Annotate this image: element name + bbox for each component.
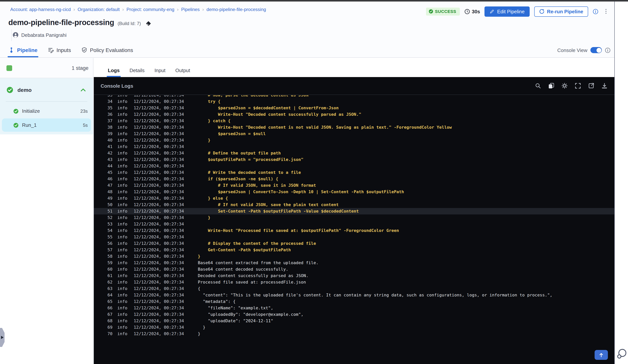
log-level: info <box>117 318 134 324</box>
tab-policy-evaluations[interactable]: Policy Evaluations <box>81 47 133 57</box>
log-row[interactable]: 53info12/12/2024, 00:27:34 <box>94 221 614 227</box>
log-level: info <box>117 124 134 131</box>
harness-pipeline-execution-page: Account: app-harness-ng-cicd›Organizatio… <box>0 0 628 364</box>
open-in-new-icon[interactable] <box>588 83 594 89</box>
log-message: Base64 content decoded successfully. <box>198 266 614 273</box>
info-icon[interactable] <box>593 8 598 14</box>
log-message: } <box>198 324 614 331</box>
expand-panel-tab[interactable] <box>0 328 4 347</box>
log-row[interactable]: 65info12/12/2024, 00:27:34"metadata": { <box>94 298 614 305</box>
log-row[interactable]: 56info12/12/2024, 00:27:34# Display the … <box>94 240 614 247</box>
log-row[interactable]: 34info12/12/2024, 00:27:34try { <box>94 98 614 105</box>
log-row[interactable]: 37info12/12/2024, 00:27:34} catch { <box>94 118 614 124</box>
log-row[interactable]: 38info12/12/2024, 00:27:34Write-Host "De… <box>94 124 614 131</box>
log-row[interactable]: 59info12/12/2024, 00:27:34Base64 content… <box>94 260 614 266</box>
log-row[interactable]: 40info12/12/2024, 00:27:34} <box>94 137 614 144</box>
log-row[interactable]: 42info12/12/2024, 00:27:34# Define the o… <box>94 150 614 156</box>
log-timestamp: 12/12/2024, 00:27:34 <box>134 150 198 156</box>
log-timestamp: 12/12/2024, 00:27:34 <box>134 111 198 118</box>
log-row[interactable]: 63info12/12/2024, 00:27:34{ <box>94 286 614 292</box>
log-row[interactable]: 51info12/12/2024, 00:27:34Set-Content -P… <box>94 208 614 215</box>
log-row[interactable]: 64info12/12/2024, 00:27:34"content": "Th… <box>94 292 614 298</box>
log-row[interactable]: 58info12/12/2024, 00:27:34} <box>94 253 614 260</box>
log-row[interactable]: 35info12/12/2024, 00:27:34$parsedJson = … <box>94 105 614 111</box>
console-tab-logs[interactable]: Logs <box>108 68 120 77</box>
log-row[interactable]: 68info12/12/2024, 00:27:34"uploadDate": … <box>94 318 614 324</box>
log-row[interactable]: 43info12/12/2024, 00:27:34$outputFilePat… <box>94 156 614 163</box>
log-line-number: 54 <box>107 227 117 234</box>
log-level: info <box>117 95 134 98</box>
log-line-number: 46 <box>107 176 117 182</box>
log-message <box>198 163 614 169</box>
console-tab-input[interactable]: Input <box>155 68 165 77</box>
author-name: Debabrata Panigrahi <box>21 32 67 38</box>
log-row[interactable]: 61info12/12/2024, 00:27:34Decoded conten… <box>94 273 614 279</box>
log-timestamp: 12/12/2024, 00:27:34 <box>134 253 198 260</box>
log-row[interactable]: 60info12/12/2024, 00:27:34Base64 content… <box>94 266 614 273</box>
log-row[interactable]: 50info12/12/2024, 00:27:34# If not valid… <box>94 202 614 208</box>
log-level: info <box>117 131 134 137</box>
log-timestamp: 12/12/2024, 00:27:34 <box>134 331 198 337</box>
info-icon[interactable] <box>605 47 611 53</box>
chat-icon[interactable] <box>616 349 627 359</box>
stage-row-demo[interactable]: demo <box>0 78 93 101</box>
download-icon[interactable] <box>601 83 608 89</box>
log-timestamp: 12/12/2024, 00:27:34 <box>134 247 198 253</box>
log-message: # If not valid JSON, save the plain text… <box>198 202 614 208</box>
log-row[interactable]: 39info12/12/2024, 00:27:34$parsedJson = … <box>94 131 614 137</box>
log-row[interactable]: 70info12/12/2024, 00:27:34} <box>94 331 614 337</box>
log-message: if ($parsedJson -ne $null) { <box>198 176 614 182</box>
log-row[interactable]: 66info12/12/2024, 00:27:34"fileName": "e… <box>94 305 614 311</box>
log-rows: 33info12/12/2024, 00:27:34# Now, parse t… <box>94 95 614 337</box>
fullscreen-icon[interactable] <box>575 83 581 89</box>
log-message: { <box>198 286 614 292</box>
log-row[interactable]: 41info12/12/2024, 00:27:34 <box>94 144 614 150</box>
step-row-run_1[interactable]: Run_15s <box>2 118 91 132</box>
log-scroll-area[interactable]: 33info12/12/2024, 00:27:34# Now, parse t… <box>94 95 614 364</box>
breadcrumb-item[interactable]: Project: community-eng <box>126 7 174 12</box>
log-row[interactable]: 54info12/12/2024, 00:27:34Write-Host "Pr… <box>94 227 614 234</box>
log-row[interactable]: 36info12/12/2024, 00:27:34Write-Host "De… <box>94 111 614 118</box>
log-row[interactable]: 44info12/12/2024, 00:27:34 <box>94 163 614 169</box>
edit-pipeline-button[interactable]: Edit Pipeline <box>485 6 530 16</box>
console-toolbar <box>535 83 608 89</box>
log-row[interactable]: 62info12/12/2024, 00:27:34Processed file… <box>94 279 614 286</box>
breadcrumb-item[interactable]: Pipelines <box>181 7 200 12</box>
avatar <box>12 32 19 38</box>
log-row[interactable]: 45info12/12/2024, 00:27:34# Write the de… <box>94 169 614 176</box>
log-row[interactable]: 48info12/12/2024, 00:27:34$parsedJson | … <box>94 189 614 195</box>
log-line-number: 39 <box>107 131 117 137</box>
step-duration: 5s <box>83 122 88 128</box>
more-vertical-icon[interactable] <box>603 8 609 14</box>
copy-icon[interactable] <box>548 83 554 89</box>
log-message: Set-Content -Path $outputFilePath -Value… <box>198 208 614 215</box>
breadcrumb-item[interactable]: demo-pipeline-file-processing <box>207 7 266 12</box>
stage-status-square <box>6 65 12 71</box>
log-row[interactable]: 67info12/12/2024, 00:27:34"uploadedBy": … <box>94 311 614 318</box>
tab-inputs[interactable]: Inputs <box>48 47 71 57</box>
log-row[interactable]: 33info12/12/2024, 00:27:34# Now, parse t… <box>94 95 614 98</box>
scroll-to-top-button[interactable] <box>595 350 608 360</box>
console-view-toggle[interactable] <box>590 47 602 53</box>
log-row[interactable]: 46info12/12/2024, 00:27:34if ($parsedJso… <box>94 176 614 182</box>
search-icon[interactable] <box>535 83 541 89</box>
log-row[interactable]: 47info12/12/2024, 00:27:34# If valid JSO… <box>94 182 614 189</box>
tab-pipeline[interactable]: Pipeline <box>8 47 37 57</box>
breadcrumb-item[interactable]: Organization: default <box>78 7 120 12</box>
step-row-initialize[interactable]: Initialize23s <box>2 104 91 118</box>
log-row[interactable]: 57info12/12/2024, 00:27:34Get-Content -P… <box>94 247 614 253</box>
chevron-up-icon[interactable] <box>80 86 86 93</box>
log-row[interactable]: 55info12/12/2024, 00:27:34 <box>94 234 614 240</box>
breadcrumb-item[interactable]: Account: app-harness-ng-cicd <box>10 7 71 12</box>
log-message: # Write the decoded content to a file <box>198 169 614 176</box>
log-row[interactable]: 49info12/12/2024, 00:27:34} else { <box>94 195 614 202</box>
log-message: Write-Host "Decoded content is not valid… <box>198 124 614 131</box>
log-row[interactable]: 69info12/12/2024, 00:27:34} <box>94 324 614 331</box>
console-tab-output[interactable]: Output <box>175 68 190 77</box>
breadcrumb-separator: › <box>122 7 124 12</box>
log-row[interactable]: 52info12/12/2024, 00:27:34} <box>94 215 614 221</box>
rerun-pipeline-button[interactable]: Re-run Pipeline <box>534 6 588 16</box>
check-circle-icon <box>13 108 19 114</box>
settings-icon[interactable] <box>561 83 568 89</box>
console-tab-details[interactable]: Details <box>130 68 145 77</box>
